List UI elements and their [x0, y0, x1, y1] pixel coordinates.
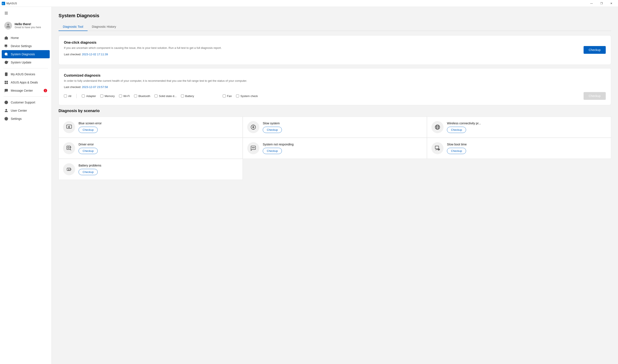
svg-rect-5	[5, 45, 7, 46]
app-wrapper: Hello there! Great to have you here Home…	[0, 7, 618, 364]
battery-icon: !	[66, 166, 72, 172]
scenario-wireless-checkup-button[interactable]: Checkup	[447, 127, 466, 133]
svg-point-28	[436, 125, 438, 130]
scenario-not-responding-checkup-button[interactable]: Checkup	[263, 148, 282, 154]
scenario-blue-screen: :( Blue screen error Checkup	[59, 117, 243, 138]
driver-error-icon-wrap	[63, 142, 75, 154]
scenario-battery-checkup-button[interactable]: Checkup	[79, 169, 98, 175]
sidebar-item-my-asus-devices[interactable]: My ASUS Devices	[0, 70, 52, 78]
scenario-not-responding-name: System not responding	[263, 143, 422, 146]
scenario-driver-error-checkup-button[interactable]: Checkup	[79, 148, 98, 154]
titlebar: A MyASUS — ❐ ✕	[0, 0, 618, 7]
checkbox-memory[interactable]: Memory	[100, 94, 115, 98]
wireless-icon-wrap	[432, 121, 444, 133]
slow-boot-icon	[434, 145, 440, 151]
one-click-last-checked: Last checked: 2023-12-02 17:11:39	[64, 53, 579, 56]
checkbox-system-check[interactable]: System check	[236, 94, 258, 98]
customized-checkup-button[interactable]: Checkup	[584, 92, 606, 100]
sidebar-item-asus-apps-deals[interactable]: ASUS Apps & Deals	[0, 78, 52, 87]
scenario-slow-boot-checkup-button[interactable]: Checkup	[447, 148, 466, 154]
scenarios-title: Diagnosis by scenario	[59, 109, 611, 113]
scenario-slow-system-checkup-button[interactable]: Checkup	[263, 127, 282, 133]
svg-rect-13	[7, 81, 8, 82]
customized-title: Customized diagnosis	[64, 74, 606, 78]
sidebar-item-system-update[interactable]: System Update	[0, 58, 52, 66]
sidebar-label-message-center: Message Center	[11, 89, 33, 92]
sidebar-item-customer-support[interactable]: Customer Support	[0, 98, 52, 106]
battery-icon-wrap: !	[63, 163, 75, 175]
slow-system-icon-wrap	[247, 121, 259, 133]
sidebar-label-system-diagnosis: System Diagnosis	[11, 52, 35, 56]
sidebar-divider-1	[3, 68, 48, 68]
scenario-driver-error-name: Driver error	[79, 143, 238, 146]
scenario-not-responding: System not responding Checkup	[243, 138, 427, 159]
svg-rect-14	[5, 83, 6, 84]
tab-diagnostic-history[interactable]: Diagnostic History	[88, 23, 120, 31]
tab-diagnostic-tool[interactable]: Diagnostic Tool	[59, 23, 88, 31]
blue-screen-icon: :(	[66, 124, 72, 130]
minimize-button[interactable]: —	[587, 0, 596, 7]
scenario-slow-system-name: Slow system	[263, 122, 422, 125]
hamburger-menu-button[interactable]	[0, 10, 52, 19]
svg-point-24	[253, 127, 253, 127]
close-button[interactable]: ✕	[606, 0, 616, 7]
checkbox-fan[interactable]: Fan	[223, 94, 232, 98]
my-asus-devices-icon	[4, 72, 8, 76]
svg-text:!: !	[69, 169, 69, 171]
maximize-button[interactable]: ❐	[596, 0, 606, 7]
checkbox-bluetooth[interactable]: Bluetooth	[134, 94, 150, 98]
asus-logo-icon: A	[2, 2, 5, 5]
slow-boot-icon-wrap	[432, 142, 444, 154]
message-badge: 1	[44, 89, 47, 92]
one-click-checkup-button[interactable]: Checkup	[584, 46, 606, 54]
one-click-desc: If you are uncertain which component is …	[64, 46, 579, 50]
customized-desc: In order to fully understand the current…	[64, 79, 606, 83]
svg-text::(: :(	[68, 126, 70, 128]
scenario-wireless-name: Wireless connectivity pr...	[447, 122, 607, 125]
checkbox-all[interactable]: All	[64, 94, 71, 98]
svg-point-27	[435, 125, 440, 130]
app-title: MyASUS	[6, 2, 17, 5]
checkbox-battery[interactable]: Battery	[181, 94, 194, 98]
sidebar-label-customer-support: Customer Support	[11, 101, 35, 104]
page-title: System Diagnosis	[59, 13, 611, 18]
message-center-icon	[4, 89, 8, 92]
sidebar: Hello there! Great to have you here Home…	[0, 7, 52, 364]
home-icon	[4, 36, 8, 40]
sidebar-item-user-center[interactable]: User Center	[0, 106, 52, 115]
system-diagnosis-icon	[4, 52, 8, 56]
sidebar-label-system-update: System Update	[11, 61, 31, 64]
sidebar-item-settings[interactable]: Settings	[0, 115, 52, 123]
sidebar-label-user-center: User Center	[11, 109, 27, 112]
one-click-checked-date[interactable]: 2023-12-02 17:11:39	[82, 53, 108, 56]
sidebar-item-home[interactable]: Home	[0, 34, 52, 42]
one-click-card: One-click diagnosis If you are uncertain…	[59, 35, 611, 65]
customized-card: Customized diagnosis In order to fully u…	[59, 68, 611, 105]
sidebar-item-message-center[interactable]: Message Center 1	[0, 87, 52, 95]
scenario-blue-screen-checkup-button[interactable]: Checkup	[79, 127, 98, 133]
sidebar-label-device-settings: Device Settings	[11, 44, 32, 48]
window-controls: — ❐ ✕	[587, 0, 616, 7]
checkbox-ssd[interactable]: Solid state d...	[155, 94, 176, 98]
checkbox-adapter[interactable]: Adapter	[82, 94, 96, 98]
sidebar-label-asus-apps-deals: ASUS Apps & Deals	[11, 81, 38, 84]
main-content: System Diagnosis Diagnostic Tool Diagnos…	[52, 7, 618, 364]
scenario-grid: :( Blue screen error Checkup	[59, 117, 611, 180]
avatar	[4, 22, 12, 29]
customized-last-checked: Last checked: 2023-12-07 23:57:58	[64, 85, 606, 89]
sidebar-item-system-diagnosis[interactable]: System Diagnosis	[2, 50, 50, 58]
svg-rect-4	[6, 38, 7, 39]
checkbox-row: All Adapter Memory Wi-Fi	[64, 94, 258, 98]
sidebar-divider-2	[3, 96, 48, 97]
scenario-wireless: Wireless connectivity pr... Checkup	[427, 117, 611, 138]
scenario-battery: ! Battery problems Checkup	[59, 159, 243, 180]
checkbox-wifi[interactable]: Wi-Fi	[119, 94, 130, 98]
user-name: Hello there!	[15, 22, 41, 26]
scenario-battery-name: Battery problems	[79, 164, 238, 167]
customized-checked-date[interactable]: 2023-12-07 23:57:58	[82, 85, 108, 89]
sidebar-label-my-asus-devices: My ASUS Devices	[11, 73, 35, 76]
customer-support-icon	[4, 101, 8, 104]
svg-point-18	[6, 109, 7, 110]
sidebar-item-device-settings[interactable]: Device Settings	[0, 42, 52, 50]
svg-rect-12	[5, 81, 6, 82]
